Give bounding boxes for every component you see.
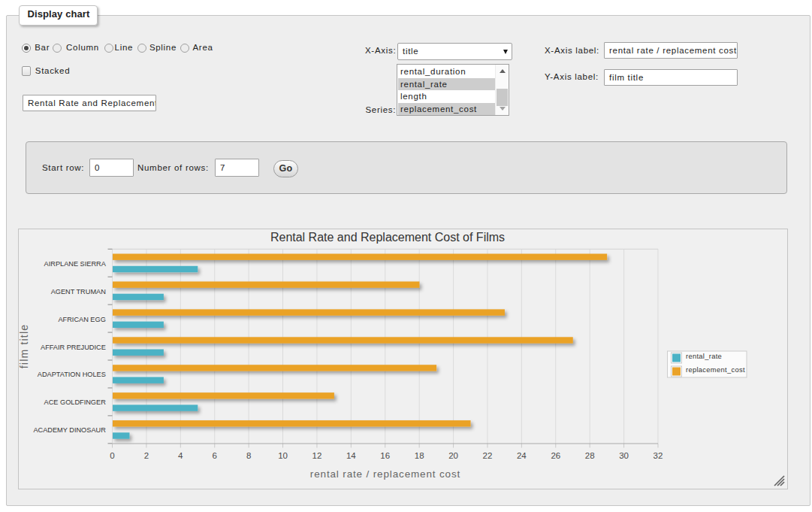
- svg-text:10: 10: [278, 451, 288, 460]
- svg-text:AIRPLANE SIERRA: AIRPLANE SIERRA: [44, 260, 107, 268]
- svg-text:rental_rate: rental_rate: [686, 352, 722, 360]
- svg-text:film title: film title: [18, 324, 30, 368]
- svg-text:replacement_cost: replacement_cost: [686, 365, 745, 374]
- svg-text:26: 26: [551, 451, 560, 460]
- svg-text:18: 18: [415, 451, 424, 460]
- svg-text:0: 0: [110, 451, 114, 460]
- svg-text:AFRICAN EGG: AFRICAN EGG: [58, 316, 105, 323]
- svg-text:28: 28: [585, 451, 595, 460]
- svg-text:4: 4: [178, 451, 183, 460]
- svg-text:ACADEMY DINOSAUR: ACADEMY DINOSAUR: [33, 426, 106, 434]
- svg-text:2: 2: [144, 451, 149, 460]
- svg-text:AFFAIR PREJUDICE: AFFAIR PREJUDICE: [41, 344, 106, 351]
- svg-text:AGENT TRUMAN: AGENT TRUMAN: [51, 288, 106, 295]
- svg-text:ADAPTATION HOLES: ADAPTATION HOLES: [38, 371, 106, 378]
- svg-text:22: 22: [483, 451, 493, 460]
- svg-text:8: 8: [246, 451, 251, 460]
- svg-text:Rental Rate and Replacement Co: Rental Rate and Replacement Cost of Film…: [270, 231, 505, 244]
- svg-text:6: 6: [213, 451, 217, 460]
- svg-text:32: 32: [654, 451, 663, 460]
- svg-text:16: 16: [380, 451, 390, 460]
- svg-text:12: 12: [312, 451, 322, 460]
- svg-text:ACE GOLDFINGER: ACE GOLDFINGER: [44, 398, 107, 406]
- svg-text:14: 14: [346, 451, 356, 460]
- svg-text:30: 30: [619, 451, 629, 460]
- svg-text:20: 20: [448, 451, 458, 460]
- svg-text:24: 24: [517, 451, 527, 460]
- svg-text:rental rate / replacement cost: rental rate / replacement cost: [310, 468, 460, 480]
